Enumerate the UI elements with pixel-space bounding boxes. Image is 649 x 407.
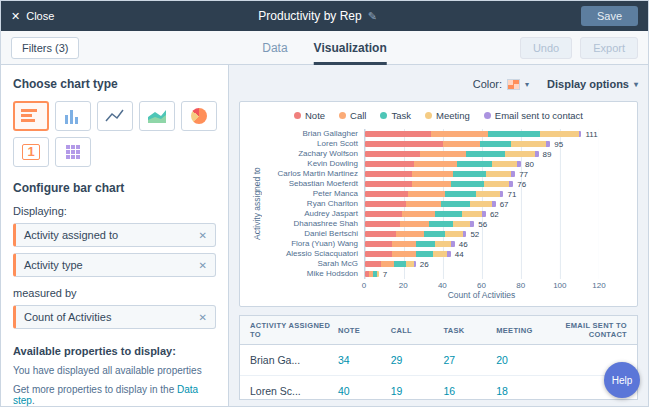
bar-segment-email-sent-to-contact[interactable] [500, 191, 504, 197]
table-cell-value[interactable]: 20 [496, 354, 549, 366]
legend-item[interactable]: Meeting [425, 110, 470, 121]
bar-segment-call[interactable] [381, 261, 395, 267]
bar-segment-meeting[interactable] [462, 211, 482, 217]
bar-segment-meeting[interactable] [433, 251, 447, 257]
chart-type-area[interactable] [139, 101, 175, 131]
bar-segment-email-sent-to-contact[interactable] [447, 251, 451, 257]
undo-button[interactable]: Undo [520, 37, 572, 59]
bar-segment-task[interactable] [441, 201, 470, 207]
bar-segment-note[interactable] [365, 201, 406, 207]
bar-segment-task[interactable] [416, 241, 436, 247]
export-button[interactable]: Export [580, 37, 638, 59]
bar-segment-task[interactable] [488, 131, 541, 137]
bar-segment-meeting[interactable] [486, 171, 511, 177]
stacked-bar[interactable] [365, 191, 503, 197]
bar-segment-email-sent-to-contact[interactable] [517, 161, 521, 167]
bar-segment-email-sent-to-contact[interactable] [463, 231, 467, 237]
bar-segment-meeting[interactable] [511, 141, 546, 147]
remove-icon[interactable]: ✕ [199, 312, 207, 323]
table-cell-value[interactable]: 29 [391, 354, 444, 366]
bar-segment-note[interactable] [365, 181, 412, 187]
table-cell-value[interactable]: 18 [496, 385, 549, 397]
bar-segment-task[interactable] [424, 231, 445, 237]
bar-segment-call[interactable] [396, 231, 423, 237]
bar-segment-email-sent-to-contact[interactable] [451, 241, 455, 247]
remove-icon[interactable]: ✕ [199, 260, 207, 271]
bar-segment-note[interactable] [365, 261, 381, 267]
bar-segment-task[interactable] [457, 161, 492, 167]
legend-item[interactable]: Call [339, 110, 366, 121]
chart-type-horizontal-bar[interactable] [13, 101, 49, 131]
bar-segment-task[interactable] [480, 141, 511, 147]
help-button[interactable]: Help [604, 362, 640, 398]
chart-type-summary[interactable]: 1 [13, 137, 49, 167]
edit-title-icon[interactable]: ✎ [368, 10, 377, 23]
bar-segment-meeting[interactable] [484, 181, 509, 187]
bar-segment-note[interactable] [365, 141, 443, 147]
stacked-bar[interactable] [365, 131, 581, 137]
bar-segment-note[interactable] [365, 151, 420, 157]
stacked-bar[interactable] [365, 231, 466, 237]
table-cell-value[interactable]: 16 [444, 385, 497, 397]
bar-segment-call[interactable] [402, 211, 435, 217]
bar-segment-call[interactable] [443, 141, 480, 147]
display-options-dropdown[interactable]: Display options ▾ [547, 78, 638, 90]
legend-item[interactable]: Email sent to contact [484, 110, 583, 121]
legend-item[interactable]: Note [294, 110, 325, 121]
chart-type-column[interactable] [55, 101, 91, 131]
bar-segment-task[interactable] [453, 171, 486, 177]
bar-segment-note[interactable] [365, 251, 392, 257]
stacked-bar[interactable] [365, 261, 416, 267]
bar-segment-task[interactable] [435, 211, 462, 217]
stacked-bar[interactable] [365, 271, 379, 277]
bar-segment-meeting[interactable] [540, 131, 579, 137]
stacked-bar[interactable] [365, 221, 474, 227]
bar-segment-email-sent-to-contact[interactable] [509, 181, 513, 187]
bar-segment-task[interactable] [445, 191, 476, 197]
color-dropdown[interactable]: Color: ▾ [473, 78, 529, 90]
field-count-of-activities[interactable]: Count of Activities ✕ [13, 305, 216, 329]
bar-segment-task[interactable] [416, 251, 434, 257]
bar-segment-note[interactable] [365, 221, 400, 227]
bar-segment-call[interactable] [420, 151, 467, 157]
stacked-bar[interactable] [365, 161, 521, 167]
stacked-bar[interactable] [365, 241, 455, 247]
field-activity-type[interactable]: Activity type ✕ [13, 253, 216, 277]
bar-segment-meeting[interactable] [435, 241, 451, 247]
remove-icon[interactable]: ✕ [199, 230, 207, 241]
bar-segment-call[interactable] [412, 171, 453, 177]
bar-segment-call[interactable] [408, 191, 445, 197]
bar-segment-note[interactable] [365, 231, 396, 237]
bar-segment-meeting[interactable] [492, 161, 517, 167]
bar-segment-call[interactable] [392, 251, 415, 257]
stacked-bar[interactable] [365, 181, 513, 187]
bar-segment-meeting[interactable] [505, 151, 534, 157]
table-cell-value[interactable]: 19 [391, 385, 444, 397]
stacked-bar[interactable] [365, 151, 539, 157]
bar-segment-call[interactable] [412, 181, 451, 187]
bar-segment-call[interactable] [431, 131, 488, 137]
bar-segment-meeting[interactable] [470, 201, 491, 207]
bar-segment-note[interactable] [365, 171, 412, 177]
tab-visualization[interactable]: Visualization [314, 31, 387, 65]
bar-segment-note[interactable] [365, 161, 414, 167]
table-cell-value[interactable]: 34 [338, 354, 391, 366]
stacked-bar[interactable] [365, 211, 486, 217]
bar-segment-call[interactable] [406, 201, 441, 207]
bar-segment-call[interactable] [400, 221, 429, 227]
chart-type-line[interactable] [97, 101, 133, 131]
stacked-bar[interactable] [365, 141, 550, 147]
stacked-bar[interactable] [365, 251, 451, 257]
bar-segment-email-sent-to-contact[interactable] [492, 201, 496, 207]
bar-segment-task[interactable] [466, 151, 505, 157]
bar-segment-note[interactable] [365, 191, 408, 197]
bar-segment-email-sent-to-contact[interactable] [546, 141, 550, 147]
stacked-bar[interactable] [365, 171, 515, 177]
bar-segment-note[interactable] [365, 131, 431, 137]
bar-segment-meeting[interactable] [377, 271, 379, 277]
chart-type-pie[interactable] [181, 101, 217, 131]
bar-segment-email-sent-to-contact[interactable] [511, 171, 515, 177]
bar-segment-meeting[interactable] [476, 191, 499, 197]
save-button[interactable]: Save [581, 6, 638, 26]
bar-segment-meeting[interactable] [453, 221, 471, 227]
